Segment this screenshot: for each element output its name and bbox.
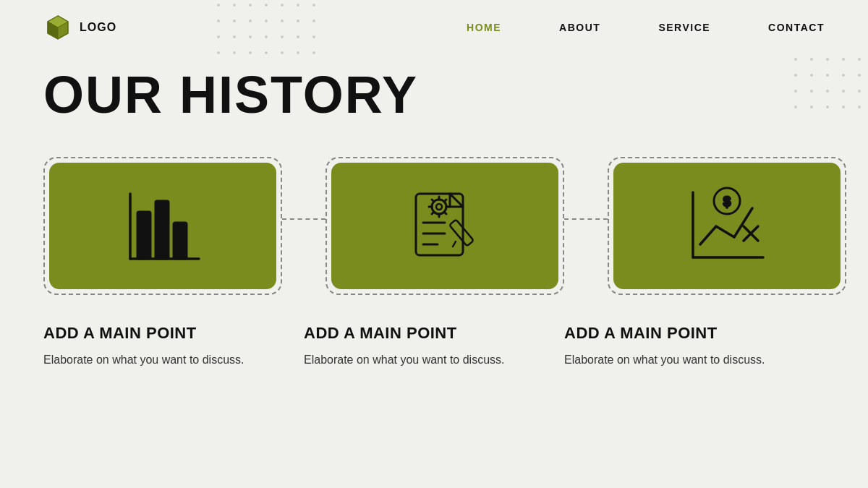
page-title: OUR HISTORY bbox=[43, 69, 825, 121]
logo-area[interactable]: LOGO bbox=[43, 13, 116, 42]
connector-1 bbox=[282, 218, 326, 220]
svg-text:$: $ bbox=[723, 194, 731, 209]
svg-point-13 bbox=[436, 204, 442, 210]
info-title-1: ADD A MAIN POINT bbox=[43, 324, 289, 343]
svg-rect-5 bbox=[137, 212, 150, 259]
card-inner-2 bbox=[331, 163, 558, 289]
main-content: OUR HISTORY bbox=[0, 54, 868, 369]
nav-contact-link[interactable]: CONTACT bbox=[768, 22, 825, 33]
info-desc-1: Elaborate on what you want to discuss. bbox=[43, 351, 289, 369]
finance-chart-icon: $ bbox=[680, 179, 774, 273]
card-outer-3: $ bbox=[608, 157, 846, 295]
svg-line-21 bbox=[432, 212, 434, 214]
cards-row: $ bbox=[43, 157, 825, 295]
svg-rect-7 bbox=[174, 223, 187, 259]
nav-service[interactable]: SERVICE bbox=[658, 21, 710, 34]
svg-rect-22 bbox=[449, 219, 474, 246]
card-outer-1 bbox=[43, 157, 282, 295]
card-1 bbox=[43, 157, 282, 295]
card-2 bbox=[326, 157, 564, 295]
card-inner-3: $ bbox=[613, 163, 841, 289]
info-desc-3: Elaborate on what you want to discuss. bbox=[564, 351, 810, 369]
info-desc-2: Elaborate on what you want to discuss. bbox=[304, 351, 550, 369]
info-item-3: ADD A MAIN POINT Elaborate on what you w… bbox=[564, 324, 825, 369]
nav-service-link[interactable]: SERVICE bbox=[658, 22, 710, 33]
connector-2 bbox=[564, 218, 608, 220]
info-row: ADD A MAIN POINT Elaborate on what you w… bbox=[43, 324, 825, 369]
info-item-2: ADD A MAIN POINT Elaborate on what you w… bbox=[304, 324, 564, 369]
nav-home-link[interactable]: HOME bbox=[467, 22, 501, 33]
logo-text: LOGO bbox=[80, 21, 116, 34]
navigation: LOGO HOME ABOUT SERVICE CONTACT bbox=[0, 0, 868, 54]
card-3: $ bbox=[608, 157, 846, 295]
logo-icon bbox=[43, 13, 72, 42]
svg-rect-8 bbox=[416, 194, 463, 255]
card-outer-2 bbox=[326, 157, 564, 295]
info-title-2: ADD A MAIN POINT bbox=[304, 324, 550, 343]
nav-home[interactable]: HOME bbox=[467, 21, 501, 34]
svg-line-18 bbox=[432, 200, 434, 202]
bar-chart-icon bbox=[116, 179, 210, 273]
settings-document-icon bbox=[398, 179, 492, 273]
svg-line-20 bbox=[445, 200, 447, 202]
nav-links: HOME ABOUT SERVICE CONTACT bbox=[467, 21, 825, 34]
svg-line-23 bbox=[453, 241, 456, 247]
nav-contact[interactable]: CONTACT bbox=[768, 21, 825, 34]
svg-line-19 bbox=[445, 212, 447, 214]
nav-about[interactable]: ABOUT bbox=[559, 21, 600, 34]
card-inner-1 bbox=[49, 163, 276, 289]
nav-about-link[interactable]: ABOUT bbox=[559, 22, 600, 33]
info-item-1: ADD A MAIN POINT Elaborate on what you w… bbox=[43, 324, 304, 369]
info-title-3: ADD A MAIN POINT bbox=[564, 324, 810, 343]
svg-rect-6 bbox=[156, 201, 169, 259]
